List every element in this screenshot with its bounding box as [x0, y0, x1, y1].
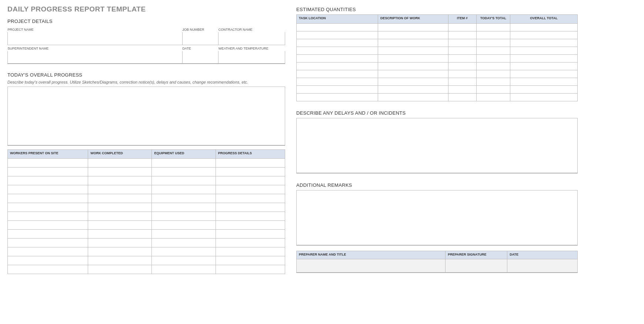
cell-details[interactable]: [216, 185, 285, 194]
cell-overall[interactable]: [510, 55, 577, 63]
cell-overall[interactable]: [510, 78, 577, 86]
cell-item[interactable]: [448, 47, 476, 55]
cell-description[interactable]: [378, 31, 448, 39]
cell-equipment[interactable]: [152, 229, 216, 238]
input-project-name[interactable]: [8, 32, 183, 45]
cell-details[interactable]: [216, 167, 285, 176]
cell-workers[interactable]: [8, 194, 88, 203]
cell-details[interactable]: [216, 265, 285, 274]
cell-overall[interactable]: [510, 24, 577, 31]
cell-today[interactable]: [476, 78, 510, 86]
cell-completed[interactable]: [88, 256, 152, 265]
cell-taskLocation[interactable]: [297, 55, 378, 63]
cell-description[interactable]: [378, 78, 448, 86]
cell-workers[interactable]: [8, 176, 88, 185]
input-date[interactable]: [182, 51, 218, 64]
cell-overall[interactable]: [510, 63, 577, 70]
cell-details[interactable]: [216, 256, 285, 265]
cell-equipment[interactable]: [152, 194, 216, 203]
cell-completed[interactable]: [88, 229, 152, 238]
cell-details[interactable]: [216, 212, 285, 220]
cell-today[interactable]: [476, 39, 510, 47]
cell-equipment[interactable]: [152, 176, 216, 185]
cell-workers[interactable]: [8, 256, 88, 265]
cell-taskLocation[interactable]: [297, 70, 378, 78]
cell-overall[interactable]: [510, 70, 577, 78]
cell-completed[interactable]: [88, 167, 152, 176]
cell-workers[interactable]: [8, 247, 88, 256]
cell-details[interactable]: [216, 229, 285, 238]
cell-equipment[interactable]: [152, 167, 216, 176]
cell-equipment[interactable]: [152, 185, 216, 194]
cell-workers[interactable]: [8, 167, 88, 176]
cell-completed[interactable]: [88, 158, 152, 167]
remarks-box[interactable]: [296, 190, 578, 246]
cell-equipment[interactable]: [152, 256, 216, 265]
cell-item[interactable]: [448, 24, 476, 31]
delays-box[interactable]: [296, 118, 578, 173]
cell-completed[interactable]: [88, 194, 152, 203]
cell-workers[interactable]: [8, 238, 88, 247]
cell-completed[interactable]: [88, 220, 152, 229]
cell-today[interactable]: [476, 24, 510, 31]
cell-details[interactable]: [216, 194, 285, 203]
cell-description[interactable]: [378, 70, 448, 78]
cell-description[interactable]: [378, 86, 448, 94]
cell-completed[interactable]: [88, 265, 152, 274]
cell-workers[interactable]: [8, 220, 88, 229]
cell-overall[interactable]: [510, 39, 577, 47]
cell-item[interactable]: [448, 39, 476, 47]
cell-equipment[interactable]: [152, 220, 216, 229]
cell-taskLocation[interactable]: [297, 94, 378, 101]
cell-overall[interactable]: [510, 47, 577, 55]
overall-progress-box[interactable]: [7, 87, 285, 146]
cell-overall[interactable]: [510, 31, 577, 39]
cell-details[interactable]: [216, 176, 285, 185]
cell-today[interactable]: [476, 94, 510, 101]
cell-equipment[interactable]: [152, 158, 216, 167]
input-signature[interactable]: [446, 259, 507, 273]
cell-workers[interactable]: [8, 229, 88, 238]
cell-workers[interactable]: [8, 212, 88, 220]
cell-equipment[interactable]: [152, 238, 216, 247]
cell-item[interactable]: [448, 94, 476, 101]
cell-overall[interactable]: [510, 94, 577, 101]
cell-item[interactable]: [448, 31, 476, 39]
cell-today[interactable]: [476, 70, 510, 78]
cell-item[interactable]: [448, 70, 476, 78]
cell-today[interactable]: [476, 47, 510, 55]
cell-completed[interactable]: [88, 203, 152, 212]
cell-completed[interactable]: [88, 247, 152, 256]
cell-details[interactable]: [216, 247, 285, 256]
input-sig-date[interactable]: [507, 259, 578, 273]
cell-taskLocation[interactable]: [297, 78, 378, 86]
cell-today[interactable]: [476, 55, 510, 63]
cell-today[interactable]: [476, 63, 510, 70]
input-job-number[interactable]: [182, 32, 218, 45]
cell-description[interactable]: [378, 47, 448, 55]
cell-item[interactable]: [448, 86, 476, 94]
cell-details[interactable]: [216, 158, 285, 167]
cell-taskLocation[interactable]: [297, 39, 378, 47]
cell-description[interactable]: [378, 63, 448, 70]
cell-description[interactable]: [378, 55, 448, 63]
cell-details[interactable]: [216, 203, 285, 212]
cell-details[interactable]: [216, 220, 285, 229]
cell-item[interactable]: [448, 63, 476, 70]
cell-today[interactable]: [476, 86, 510, 94]
cell-equipment[interactable]: [152, 212, 216, 220]
cell-description[interactable]: [378, 39, 448, 47]
cell-details[interactable]: [216, 238, 285, 247]
input-weather[interactable]: [218, 51, 285, 64]
cell-overall[interactable]: [510, 86, 577, 94]
cell-taskLocation[interactable]: [297, 47, 378, 55]
cell-taskLocation[interactable]: [297, 31, 378, 39]
input-contractor-name[interactable]: [218, 32, 285, 45]
cell-equipment[interactable]: [152, 203, 216, 212]
cell-completed[interactable]: [88, 212, 152, 220]
cell-workers[interactable]: [8, 203, 88, 212]
cell-item[interactable]: [448, 55, 476, 63]
cell-taskLocation[interactable]: [297, 86, 378, 94]
cell-equipment[interactable]: [152, 247, 216, 256]
cell-description[interactable]: [378, 94, 448, 101]
